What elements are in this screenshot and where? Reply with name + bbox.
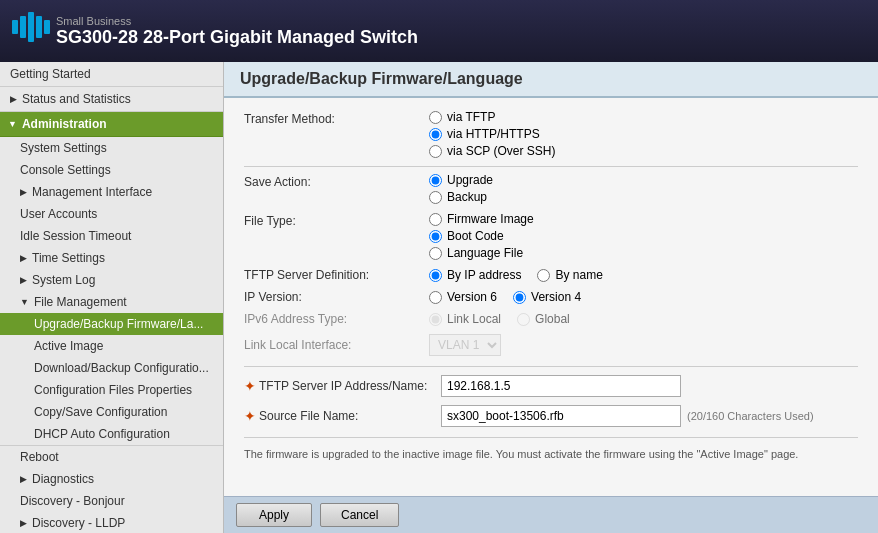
tftp-by-ip-radio[interactable] (429, 269, 442, 282)
link-local-interface-row: Link Local Interface: VLAN 1 (244, 334, 858, 356)
transfer-method-label: Transfer Method: (244, 110, 429, 126)
sidebar-item-diagnostics[interactable]: ▶ Diagnostics (0, 468, 223, 490)
ip-version-row: IP Version: Version 6 Version 4 (244, 290, 858, 304)
sidebar-item-getting-started[interactable]: Getting Started (0, 62, 223, 87)
divider1 (244, 166, 858, 167)
sidebar-item-console-settings[interactable]: Console Settings (0, 159, 223, 181)
tftp-server-ip-label: TFTP Server IP Address/Name: (259, 379, 441, 393)
file-type-label: File Type: (244, 212, 429, 228)
tftp-by-name-radio[interactable] (537, 269, 550, 282)
transfer-method-options: via TFTP via HTTP/HTTPS via SCP (Over SS… (429, 110, 555, 158)
sidebar-item-config-files-properties[interactable]: Configuration Files Properties (0, 379, 223, 401)
tftp-server-ip-input[interactable] (441, 375, 681, 397)
ip-v6-option[interactable]: Version 6 (429, 290, 497, 304)
arrow-icon: ▼ (20, 297, 29, 307)
file-language-radio[interactable] (429, 247, 442, 260)
sidebar-item-discovery-lldp[interactable]: ▶ Discovery - LLDP (0, 512, 223, 533)
content-area: Transfer Method: via TFTP via HTTP/HTTPS… (224, 98, 878, 533)
sidebar-item-administration[interactable]: ▼ Administration (0, 112, 223, 137)
sidebar-item-reboot[interactable]: Reboot (0, 445, 223, 468)
transfer-tftp-option[interactable]: via TFTP (429, 110, 555, 124)
arrow-icon: ▼ (8, 119, 17, 129)
transfer-http-option[interactable]: via HTTP/HTTPS (429, 127, 555, 141)
source-file-input[interactable] (441, 405, 681, 427)
sidebar-item-idle-session-timeout[interactable]: Idle Session Timeout (0, 225, 223, 247)
tftp-server-ip-required-icon: ✦ (244, 378, 256, 394)
cisco-logo: Small Business SG300-28 28-Port Gigabit … (12, 12, 418, 50)
svg-rect-3 (36, 16, 42, 38)
transfer-scp-radio[interactable] (429, 145, 442, 158)
sidebar-item-dhcp-auto-config[interactable]: DHCP Auto Configuration (0, 423, 223, 445)
tftp-server-def-label: TFTP Server Definition: (244, 268, 429, 282)
ip-v6-radio[interactable] (429, 291, 442, 304)
sidebar-item-copy-save-config[interactable]: Copy/Save Configuration (0, 401, 223, 423)
ipv6-address-type-label: IPv6 Address Type: (244, 312, 429, 326)
divider2 (244, 366, 858, 367)
ip-v4-radio[interactable] (513, 291, 526, 304)
arrow-icon: ▶ (20, 187, 27, 197)
file-language-option[interactable]: Language File (429, 246, 534, 260)
transfer-http-radio[interactable] (429, 128, 442, 141)
sidebar-item-discovery-bonjour[interactable]: Discovery - Bonjour (0, 490, 223, 512)
arrow-icon: ▶ (10, 94, 17, 104)
sidebar-item-status-statistics[interactable]: ▶ Status and Statistics (0, 87, 223, 112)
tftp-server-ip-row: ✦ TFTP Server IP Address/Name: (244, 375, 858, 397)
save-backup-radio[interactable] (429, 191, 442, 204)
file-firmware-radio[interactable] (429, 213, 442, 226)
sidebar-item-download-backup[interactable]: Download/Backup Configuratio... (0, 357, 223, 379)
ip-version-options: Version 6 Version 4 (429, 290, 581, 304)
sidebar-item-file-management[interactable]: ▼ File Management (0, 291, 223, 313)
save-upgrade-radio[interactable] (429, 174, 442, 187)
svg-rect-4 (44, 20, 50, 34)
main-content-wrapper: Upgrade/Backup Firmware/Language Transfe… (224, 62, 878, 533)
source-file-label: Source File Name: (259, 409, 441, 423)
tftp-server-def-row: TFTP Server Definition: By IP address By… (244, 268, 858, 282)
file-type-row: File Type: Firmware Image Boot Code Lang… (244, 212, 858, 260)
sidebar-item-system-settings[interactable]: System Settings (0, 137, 223, 159)
ip-v4-option[interactable]: Version 4 (513, 290, 581, 304)
sidebar-item-time-settings[interactable]: ▶ Time Settings (0, 247, 223, 269)
tftp-server-def-options: By IP address By name (429, 268, 603, 282)
svg-rect-0 (12, 20, 18, 34)
ipv6-link-local-option: Link Local (429, 312, 501, 326)
device-name: SG300-28 28-Port Gigabit Managed Switch (56, 27, 418, 48)
ipv6-global-radio (517, 313, 530, 326)
transfer-tftp-radio[interactable] (429, 111, 442, 124)
sidebar: Getting Started ▶ Status and Statistics … (0, 62, 224, 533)
file-firmware-option[interactable]: Firmware Image (429, 212, 534, 226)
save-action-options: Upgrade Backup (429, 173, 493, 204)
transfer-scp-option[interactable]: via SCP (Over SSH) (429, 144, 555, 158)
small-business-label: Small Business (56, 15, 418, 27)
tftp-by-name-option[interactable]: By name (537, 268, 602, 282)
sidebar-item-upgrade-backup[interactable]: Upgrade/Backup Firmware/La... (0, 313, 223, 335)
arrow-icon: ▶ (20, 275, 27, 285)
info-text: The firmware is upgraded to the inactive… (244, 437, 858, 463)
char-count-label: (20/160 Characters Used) (687, 410, 814, 422)
sidebar-item-system-log[interactable]: ▶ System Log (0, 269, 223, 291)
sidebar-item-management-interface[interactable]: ▶ Management Interface (0, 181, 223, 203)
save-upgrade-option[interactable]: Upgrade (429, 173, 493, 187)
sidebar-item-active-image[interactable]: Active Image (0, 335, 223, 357)
source-file-required-icon: ✦ (244, 408, 256, 424)
save-backup-option[interactable]: Backup (429, 190, 493, 204)
file-boot-option[interactable]: Boot Code (429, 229, 534, 243)
link-local-interface-select: VLAN 1 (429, 334, 501, 356)
cancel-button[interactable]: Cancel (320, 503, 399, 527)
sidebar-item-user-accounts[interactable]: User Accounts (0, 203, 223, 225)
save-action-label: Save Action: (244, 173, 429, 189)
file-boot-radio[interactable] (429, 230, 442, 243)
arrow-icon: ▶ (20, 474, 27, 484)
ipv6-address-type-options: Link Local Global (429, 312, 570, 326)
tftp-by-ip-option[interactable]: By IP address (429, 268, 521, 282)
ipv6-link-local-radio (429, 313, 442, 326)
file-type-options: Firmware Image Boot Code Language File (429, 212, 534, 260)
svg-rect-1 (20, 16, 26, 38)
ipv6-global-option: Global (517, 312, 570, 326)
link-local-interface-label: Link Local Interface: (244, 338, 429, 352)
arrow-icon: ▶ (20, 518, 27, 528)
transfer-method-row: Transfer Method: via TFTP via HTTP/HTTPS… (244, 110, 858, 158)
apply-button[interactable]: Apply (236, 503, 312, 527)
page-title: Upgrade/Backup Firmware/Language (224, 62, 878, 98)
source-file-row: ✦ Source File Name: (20/160 Characters U… (244, 405, 858, 427)
arrow-icon: ▶ (20, 253, 27, 263)
